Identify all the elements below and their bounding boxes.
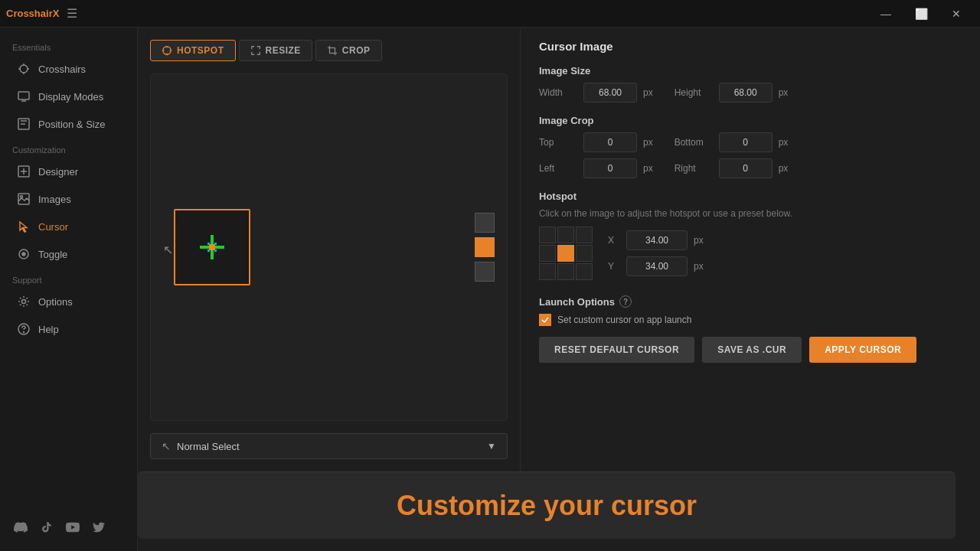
hotspot-label: HOTSPOT <box>177 45 224 56</box>
top-label: Top <box>539 137 577 148</box>
sidebar-item-images[interactable]: Images <box>5 186 132 212</box>
hotspot-coords: X px Y px <box>608 230 704 276</box>
display-modes-icon <box>17 90 31 103</box>
designer-icon <box>17 165 31 178</box>
zoom-controls <box>475 213 495 282</box>
hotspot-button[interactable]: HOTSPOT <box>150 40 236 61</box>
sidebar-item-crosshairs[interactable]: Crosshairs <box>5 56 132 82</box>
hotspot-cell-mr[interactable] <box>576 245 593 262</box>
right-group: Right px <box>675 158 789 178</box>
hotspot-cell-tc[interactable] <box>557 227 574 243</box>
maximize-button[interactable]: ⬜ <box>903 0 939 28</box>
svg-rect-31 <box>209 244 215 250</box>
svg-point-14 <box>21 196 23 198</box>
sidebar-item-cursor[interactable]: Cursor <box>5 214 132 240</box>
crosshairs-icon <box>17 62 31 76</box>
launch-options-section: Launch Options ? <box>539 295 962 308</box>
left-panel: HOTSPOT RESIZE <box>138 28 521 471</box>
sidebar-item-position-size-label: Position & Size <box>38 119 105 130</box>
mouse-cursor-indicator: ↖ <box>163 243 173 257</box>
sidebar-item-toggle[interactable]: Toggle <box>5 241 132 267</box>
bottom-banner: Customize your cursor <box>138 471 956 539</box>
image-size-row: Width px Height px <box>539 83 962 103</box>
left-group: Left px <box>539 158 653 178</box>
minimize-button[interactable]: — <box>868 0 903 28</box>
height-input[interactable] <box>719 83 773 103</box>
hotspot-cell-mc[interactable] <box>557 245 574 262</box>
menu-icon[interactable]: ☰ <box>67 6 77 21</box>
zoom-level-mid[interactable] <box>475 237 495 257</box>
hotspot-cell-tl[interactable] <box>539 227 556 243</box>
top-input[interactable] <box>583 132 637 152</box>
social-links <box>0 511 137 543</box>
canvas-image-area[interactable] <box>174 209 250 285</box>
y-unit: px <box>694 261 704 272</box>
toolbar: HOTSPOT RESIZE <box>150 40 508 61</box>
zoom-level-low[interactable] <box>475 262 495 282</box>
sidebar-item-cursor-label: Cursor <box>38 221 68 233</box>
svg-rect-34 <box>207 249 210 252</box>
canvas-container[interactable]: ↖ <box>150 73 508 421</box>
options-icon <box>17 295 31 308</box>
help-icon <box>17 322 31 336</box>
apply-cursor-button[interactable]: APPLY CURSOR <box>809 337 916 363</box>
position-size-icon <box>17 117 31 131</box>
launch-checkbox-row: Set custom cursor on app launch <box>539 314 962 326</box>
discord-icon[interactable] <box>12 519 29 536</box>
bottom-input[interactable] <box>719 132 773 152</box>
cursor-preview-box[interactable] <box>174 209 250 285</box>
width-input[interactable] <box>583 83 637 103</box>
info-icon[interactable]: ? <box>619 295 632 308</box>
right-input[interactable] <box>719 158 773 178</box>
image-crop-label: Image Crop <box>539 115 962 126</box>
sidebar-item-designer[interactable]: Designer <box>5 158 132 184</box>
hotspot-cell-tr[interactable] <box>576 227 593 243</box>
zoom-level-high[interactable] <box>475 213 495 233</box>
svg-rect-5 <box>18 92 29 99</box>
right-unit: px <box>779 163 789 174</box>
sidebar-item-options[interactable]: Options <box>5 289 132 315</box>
resize-button[interactable]: RESIZE <box>239 40 312 61</box>
titlebar-controls: — ⬜ ✕ <box>868 0 974 28</box>
width-label: Width <box>539 87 577 98</box>
youtube-icon[interactable] <box>64 519 81 536</box>
sidebar-item-display-modes[interactable]: Display Modes <box>5 83 132 109</box>
tiktok-icon[interactable] <box>38 519 55 536</box>
left-unit: px <box>643 163 653 174</box>
x-input[interactable] <box>626 230 688 250</box>
sidebar-item-toggle-label: Toggle <box>38 249 67 260</box>
svg-rect-32 <box>207 243 210 245</box>
y-input[interactable] <box>626 256 688 276</box>
close-button[interactable]: ✕ <box>939 0 974 28</box>
launch-checkbox[interactable] <box>539 314 551 326</box>
action-buttons: RESET DEFAULT CURSOR SAVE AS .CUR APPLY … <box>539 337 962 363</box>
cursor-type-label: Normal Select <box>177 441 240 452</box>
width-unit: px <box>643 87 653 98</box>
bottom-label: Bottom <box>675 137 713 148</box>
hotspot-cell-bc[interactable] <box>557 263 574 280</box>
hotspot-cell-bl[interactable] <box>539 263 556 280</box>
left-label: Left <box>539 163 577 174</box>
cursor-type-dropdown[interactable]: ↖ Normal Select ▼ <box>150 433 508 459</box>
hotspot-cell-br[interactable] <box>576 263 593 280</box>
app-title-text: Crosshair <box>6 8 53 19</box>
save-cur-button[interactable]: SAVE AS .CUR <box>702 337 802 363</box>
twitter-icon[interactable] <box>90 519 107 536</box>
cursor-arrow-indicator: ↖ <box>162 440 171 452</box>
sidebar-item-help[interactable]: Help <box>5 316 132 342</box>
cursor-icon <box>17 220 31 233</box>
reset-cursor-button[interactable]: RESET DEFAULT CURSOR <box>539 337 694 363</box>
left-input[interactable] <box>583 158 637 178</box>
height-label: Height <box>675 87 713 98</box>
titlebar: CrosshairX ☰ — ⬜ ✕ <box>0 0 980 28</box>
sidebar-item-position-size[interactable]: Position & Size <box>5 111 132 137</box>
sidebar-item-crosshairs-label: Crosshairs <box>38 64 86 75</box>
toggle-icon <box>17 247 31 261</box>
resize-label: RESIZE <box>266 45 301 56</box>
crop-button[interactable]: CROP <box>315 40 382 61</box>
crop-left-right-row: Left px Right px <box>539 158 962 178</box>
titlebar-left: CrosshairX ☰ <box>6 6 77 21</box>
app-title-suffix: X <box>53 8 60 19</box>
hotspot-cell-ml[interactable] <box>539 245 556 262</box>
svg-point-0 <box>20 65 28 73</box>
